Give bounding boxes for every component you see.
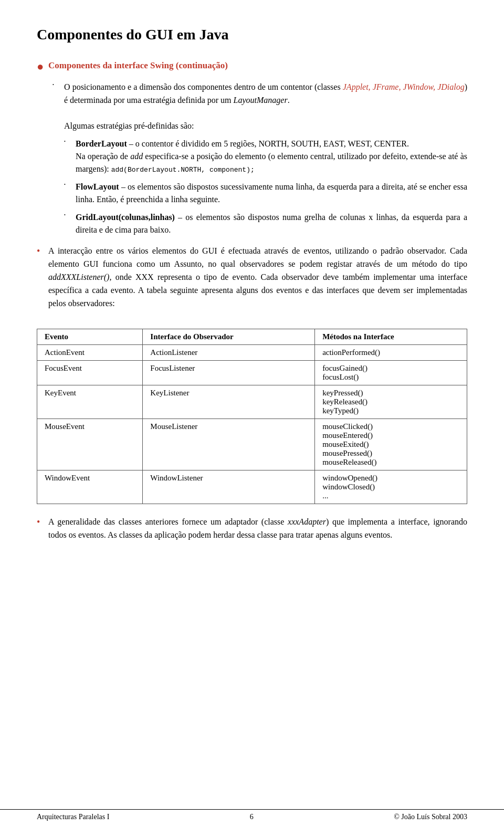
flow-layout-dot: •: [64, 182, 76, 187]
intro-bullet: • O posicionamento e a dimensão dos comp…: [52, 81, 467, 114]
grid-layout-bullet: • GridLayout(colunas,linhas) – os elemen…: [64, 211, 467, 236]
grid-layout-dot: •: [64, 213, 76, 217]
grid-layout-text: GridLayout(colunas,linhas) – os elemento…: [76, 211, 467, 236]
table-row: WindowEventWindowListenerwindowOpened() …: [37, 470, 467, 504]
interaction-dot: •: [37, 246, 48, 257]
page-title: Componentes do GUI em Java: [37, 26, 467, 43]
table-row: FocusEventFocusListenerfocusGained() foc…: [37, 361, 467, 385]
cell-event: MouseEvent: [37, 419, 143, 470]
section-heading: Componentes da interface Swing (continua…: [48, 59, 467, 72]
cell-event: KeyEvent: [37, 385, 143, 419]
section-heading-item: ● Componentes da interface Swing (contin…: [37, 59, 467, 74]
flow-layout-bullet: • FlowLayout – os elementos são disposto…: [64, 181, 467, 206]
generality-text: A generalidade das classes anteriores fo…: [48, 516, 467, 542]
cell-methods: keyPressed() keyReleased() keyTyped(): [315, 385, 467, 419]
table-row: ActionEventActionListeneractionPerformed…: [37, 345, 467, 361]
some-strategies-text: Algumas estratégias pré-definidas são:: [64, 120, 467, 133]
intro-section: • O posicionamento e a dimensão dos comp…: [52, 81, 467, 236]
col-header-interface: Interface do Observador: [143, 329, 315, 345]
cell-interface: KeyListener: [143, 385, 315, 419]
cell-event: FocusEvent: [37, 361, 143, 385]
footer-center: 6: [250, 813, 254, 821]
page-footer: Arquitecturas Paralelas I 6 © João Luís …: [0, 809, 504, 821]
table-row: KeyEventKeyListenerkeyPressed() keyRelea…: [37, 385, 467, 419]
interaction-bullet: • A interacção entre os vários elementos…: [37, 245, 467, 317]
border-layout-bullet: • BorderLayout – o contentor é dividido …: [64, 138, 467, 175]
flow-layout-text: FlowLayout – os elementos são dispostos …: [76, 181, 467, 206]
cell-event: ActionEvent: [37, 345, 143, 361]
col-header-metodos: Métodos na Interface: [315, 329, 467, 345]
footer-right: © João Luís Sobral 2003: [394, 813, 467, 821]
footer-left: Arquitecturas Paralelas I: [37, 813, 109, 821]
table-row: MouseEventMouseListenermouseClicked() mo…: [37, 419, 467, 470]
cell-interface: MouseListener: [143, 419, 315, 470]
page-content: Componentes do GUI em Java ● Componentes…: [0, 0, 504, 599]
cell-interface: ActionListener: [143, 345, 315, 361]
cell-interface: WindowListener: [143, 470, 315, 504]
generality-dot: •: [37, 517, 48, 528]
border-layout-dot: •: [64, 139, 76, 144]
cell-methods: mouseClicked() mouseEntered() mouseExite…: [315, 419, 467, 470]
cell-event: WindowEvent: [37, 470, 143, 504]
cell-methods: windowOpened() windowClosed() ...: [315, 470, 467, 504]
interaction-text: A interacção entre os vários elementos d…: [48, 245, 467, 310]
table-header-row: Evento Interface do Observador Métodos n…: [37, 329, 467, 345]
generality-bullet: • A generalidade das classes anteriores …: [37, 516, 467, 549]
intro-bullet-dot: •: [52, 82, 64, 87]
intro-text: O posicionamento e a dimensão dos compon…: [64, 81, 467, 107]
cell-methods: focusGained() focusLost(): [315, 361, 467, 385]
cell-methods: actionPerformed(): [315, 345, 467, 361]
event-table: Evento Interface do Observador Métodos n…: [37, 329, 467, 504]
heading-bullet: ●: [37, 60, 48, 74]
cell-interface: FocusListener: [143, 361, 315, 385]
border-layout-text: BorderLayout – o contentor é dividido em…: [76, 138, 467, 175]
col-header-evento: Evento: [37, 329, 143, 345]
